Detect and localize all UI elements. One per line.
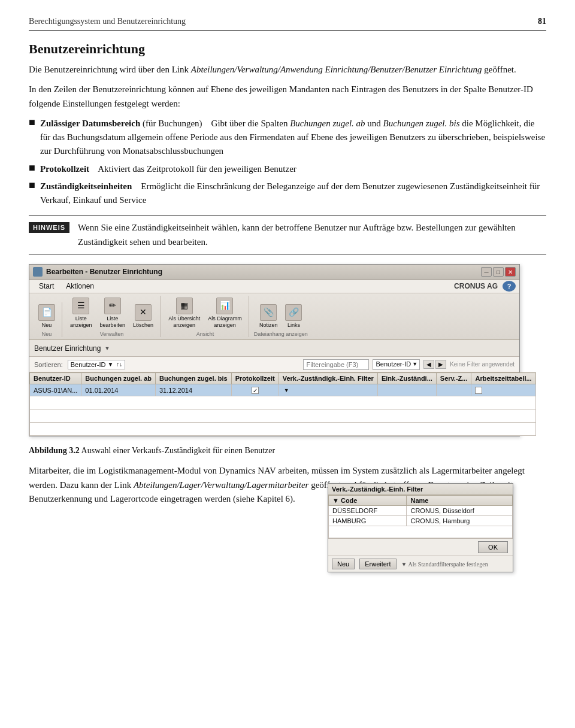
- notes-icon: 📎: [260, 304, 277, 321]
- col-header-buch-ab[interactable]: Buchungen zugel. ab: [81, 373, 156, 384]
- dropdown-filter-label[interactable]: ▼ Als Standardfilterspalte festlegen: [401, 561, 488, 568]
- cell-serv: [436, 384, 471, 396]
- page-header: Berechtigungssystem und Benutzereinricht…: [29, 17, 546, 31]
- list-content-3: Zuständigkeitseinheiten Ermöglicht die E…: [40, 180, 546, 208]
- dropdown-col-code: ▼ Code: [329, 496, 407, 506]
- col-header-serv[interactable]: Serv.-Z...: [436, 373, 471, 384]
- bullet-3: ■: [29, 179, 35, 192]
- cell-protokollzeit: [231, 384, 279, 396]
- dropdown-cell-name-1: CRONUS, Düsseldorf: [407, 506, 513, 516]
- sort-dropdown[interactable]: Benutzer-ID ▼ ↑↓: [68, 360, 126, 369]
- filter-column-dropdown[interactable]: Benutzer-ID ▼: [373, 359, 420, 370]
- table-area: Benutzer-ID Buchungen zugel. ab Buchunge…: [29, 372, 519, 436]
- ribbon-group-dateianhang: 📎 Notizen 🔗 Links Dateianhang anzeigen: [253, 302, 311, 338]
- win-brand: CRONUS AG: [454, 282, 498, 290]
- filter-right: Benutzer-ID ▼ ◀ ▶ Keine Filter angewende…: [303, 359, 515, 370]
- overview-icon: ▦: [176, 298, 193, 314]
- ribbon-btn-diagramm[interactable]: 📊 Als Diagrammanzeigen: [205, 296, 245, 330]
- filter-prev-button[interactable]: ◀: [423, 360, 434, 369]
- col-header-buch-bis[interactable]: Buchungen zugel. bis: [155, 373, 231, 384]
- dropdown-table: ▼ Code Name DÜSSELDORF CRONUS, Düsseldor…: [328, 495, 513, 538]
- win-titlebar: Bearbeiten - Benutzer Einrichtung ─ □ ✕: [29, 265, 519, 280]
- protokollzeit-checkbox[interactable]: [252, 387, 259, 394]
- breadcrumb-dropdown-arrow[interactable]: ▼: [104, 345, 110, 351]
- page: Berechtigungssystem und Benutzereinricht…: [0, 0, 575, 728]
- dropdown-row-2[interactable]: HAMBURG CRONUS, Hamburg: [329, 516, 513, 526]
- win-nav-bar: Benutzer Einrichtung ▼: [29, 340, 519, 357]
- dropdown-cell-code-2: HAMBURG: [329, 516, 407, 526]
- cell-benutzer-id: ASUS-01\AN...: [30, 384, 81, 396]
- win-app-icon: [33, 267, 43, 277]
- ribbon-group-ansicht: ▦ Als Übersichtanzeigen 📊 Als Diagramman…: [164, 296, 249, 338]
- ribbon-group-verwalten: ☰ Listeanzeigen ✏ Listebearbeiten ✕ Lösc…: [66, 296, 161, 338]
- filter-column-arrow: ▼: [412, 361, 417, 367]
- dropdown-erweitert-button[interactable]: Erweitert: [359, 559, 396, 569]
- sort-asc-icon: ↑↓: [116, 361, 122, 368]
- links-icon: 🔗: [285, 304, 302, 321]
- dropdown-row-1[interactable]: DÜSSELDORF CRONUS, Düsseldorf: [329, 506, 513, 516]
- bullet-1: ■: [29, 116, 35, 129]
- dropdown-cell-code-1: DÜSSELDORF: [329, 506, 407, 516]
- col-header-protokollzeit[interactable]: Protokollzeit: [231, 373, 279, 384]
- cell-buch-ab: 01.01.2014: [81, 384, 156, 396]
- win-filter-bar: Sortieren: Benutzer-ID ▼ ↑↓ Benutzer-ID …: [29, 357, 519, 372]
- help-button[interactable]: ?: [503, 281, 516, 292]
- list-item-1: ■ Zulässiger Datumsbereich (für Buchunge…: [29, 117, 546, 159]
- ribbon-btn-neu[interactable]: 📄 Neu: [35, 302, 58, 330]
- cell-buch-bis: 31.12.2014: [155, 384, 231, 396]
- dropdown-new-button[interactable]: Neu: [332, 559, 355, 569]
- filter-search-input[interactable]: [303, 359, 369, 370]
- hinweis-box: HINWEIS Wenn Sie eine Zuständigkeitseinh…: [29, 216, 546, 254]
- list-edit-icon: ✏: [104, 298, 121, 314]
- figure-caption-text: Auswahl einer Verkaufs-Zuständigkeit für…: [81, 446, 276, 455]
- cell-eink: [377, 384, 436, 396]
- arbeit-checkbox[interactable]: [475, 387, 482, 394]
- header-title: Berechtigungssystem und Benutzereinricht…: [29, 17, 186, 26]
- bullet-2: ■: [29, 162, 35, 174]
- ribbon-btn-liste-bearbeiten[interactable]: ✏ Listebearbeiten: [97, 296, 129, 330]
- ribbon-btn-notizen[interactable]: 📎 Notizen: [256, 302, 281, 330]
- figure-label: Abbildung 3.2: [29, 446, 80, 455]
- list-item-2: ■ Protokollzeit Aktiviert das Zeitprotok…: [29, 162, 546, 176]
- figure-caption: Abbildung 3.2 Auswahl einer Verkaufs-Zus…: [29, 446, 546, 456]
- dropdown-panel-header: Verk.-Zuständigk.-Einh. Filter: [328, 484, 513, 495]
- sort-arrow: ▼: [107, 361, 113, 368]
- list-content-1: Zulässiger Datumsbereich (für Buchungen)…: [40, 117, 546, 159]
- table-row[interactable]: ASUS-01\AN... 01.01.2014 31.12.2014 ▼: [30, 384, 536, 396]
- ok-button[interactable]: OK: [478, 541, 508, 553]
- dropdown-cell-name-2: CRONUS, Hamburg: [407, 516, 513, 526]
- col-header-benutzer-id[interactable]: Benutzer-ID: [30, 373, 81, 384]
- col-header-verk[interactable]: Verk.-Zuständigk.-Einh. Filter: [279, 373, 377, 384]
- ribbon-btn-uebersicht[interactable]: ▦ Als Übersichtanzeigen: [165, 296, 203, 330]
- new-icon: 📄: [38, 304, 55, 321]
- ribbon-group-neu: 📄 Neu Neu: [34, 302, 62, 338]
- maximize-button[interactable]: □: [493, 267, 504, 277]
- menu-item-aktionen[interactable]: Aktionen: [60, 280, 100, 293]
- win-controls[interactable]: ─ □ ✕: [481, 267, 516, 277]
- filter-next-button[interactable]: ▶: [435, 360, 446, 369]
- sort-label: Sortieren:: [34, 361, 63, 368]
- menu-item-start[interactable]: Start: [33, 280, 60, 293]
- filter-column-wrapper: Benutzer-ID ▼: [373, 359, 420, 370]
- ribbon-btn-liste-anzeigen[interactable]: ☰ Listeanzeigen: [67, 296, 95, 330]
- col-header-eink[interactable]: Eink.-Zuständi...: [377, 373, 436, 384]
- ribbon-btn-links[interactable]: 🔗 Links: [282, 302, 305, 330]
- dropdown-panel: Verk.-Zuständigk.-Einh. Filter ▼ Code Na…: [328, 483, 513, 572]
- filter-nav-buttons: ◀ ▶: [423, 360, 446, 369]
- ribbon-btn-loeschen[interactable]: ✕ Löschen: [130, 302, 156, 330]
- col-header-arbeit[interactable]: Arbeitszeittabell...: [471, 373, 535, 384]
- list-view-icon: ☰: [72, 298, 89, 314]
- verk-dropdown-arrow[interactable]: ▼: [284, 387, 289, 393]
- table-row-empty-1: [30, 396, 536, 410]
- dropdown-col-name: Name: [407, 496, 513, 506]
- close-button[interactable]: ✕: [505, 267, 516, 277]
- cell-verk: ▼: [279, 384, 377, 396]
- breadcrumb-text: Benutzer Einrichtung: [34, 344, 101, 353]
- list-content-2: Protokollzeit Aktiviert das Zeitprotokol…: [40, 162, 296, 176]
- dropdown-footer: Neu Erweitert ▼ Als Standardfilterspalte…: [328, 556, 513, 572]
- minimize-button[interactable]: ─: [481, 267, 492, 277]
- hinweis-label: HINWEIS: [29, 222, 69, 233]
- table-row-empty-2: [30, 410, 536, 423]
- list-item-3: ■ Zuständigkeitseinheiten Ermöglicht die…: [29, 180, 546, 208]
- intro-paragraph: Die Benutzereinrichtung wird über den Li…: [29, 63, 546, 77]
